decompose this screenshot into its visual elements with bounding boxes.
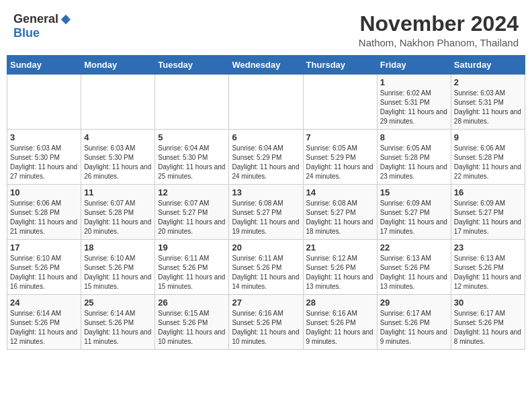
calendar-cell: [81, 75, 155, 130]
day-info: Sunrise: 6:12 AM Sunset: 5:26 PM Dayligh…: [306, 254, 374, 291]
day-number: 29: [380, 298, 448, 308]
day-number: 5: [158, 132, 226, 142]
calendar-cell: 3Sunrise: 6:03 AM Sunset: 5:30 PM Daylig…: [7, 130, 81, 185]
calendar-week-row: 3Sunrise: 6:03 AM Sunset: 5:30 PM Daylig…: [7, 130, 525, 185]
calendar-cell: 29Sunrise: 6:17 AM Sunset: 5:26 PM Dayli…: [377, 295, 451, 350]
calendar-cell: 9Sunrise: 6:06 AM Sunset: 5:28 PM Daylig…: [451, 130, 525, 185]
day-number: 13: [232, 187, 300, 197]
day-info: Sunrise: 6:02 AM Sunset: 5:31 PM Dayligh…: [380, 89, 448, 126]
calendar-week-row: 10Sunrise: 6:06 AM Sunset: 5:28 PM Dayli…: [7, 185, 525, 240]
calendar-cell: 26Sunrise: 6:15 AM Sunset: 5:26 PM Dayli…: [155, 295, 229, 350]
logo-general-text: General: [13, 12, 58, 26]
location-title: Nathom, Nakhon Phanom, Thailand: [359, 37, 519, 48]
calendar-cell: [303, 75, 377, 130]
day-info: Sunrise: 6:16 AM Sunset: 5:26 PM Dayligh…: [232, 309, 300, 347]
calendar-cell: [155, 75, 229, 130]
weekday-header-row: SundayMondayTuesdayWednesdayThursdayFrid…: [7, 56, 525, 75]
day-number: 2: [454, 77, 522, 87]
calendar-cell: [229, 75, 303, 130]
day-number: 14: [306, 187, 374, 197]
calendar-cell: 15Sunrise: 6:09 AM Sunset: 5:27 PM Dayli…: [377, 185, 451, 240]
day-number: 28: [306, 298, 374, 308]
calendar-cell: 10Sunrise: 6:06 AM Sunset: 5:28 PM Dayli…: [7, 185, 81, 240]
day-info: Sunrise: 6:14 AM Sunset: 5:26 PM Dayligh…: [10, 309, 78, 347]
day-number: 6: [232, 132, 300, 142]
calendar-cell: 28Sunrise: 6:16 AM Sunset: 5:26 PM Dayli…: [303, 295, 377, 350]
logo: General Blue: [13, 12, 72, 40]
day-number: 10: [10, 187, 78, 197]
day-info: Sunrise: 6:09 AM Sunset: 5:27 PM Dayligh…: [380, 199, 448, 236]
day-number: 30: [454, 298, 522, 308]
calendar-cell: 22Sunrise: 6:13 AM Sunset: 5:26 PM Dayli…: [377, 240, 451, 295]
calendar-cell: 17Sunrise: 6:10 AM Sunset: 5:26 PM Dayli…: [7, 240, 81, 295]
weekday-header-friday: Friday: [377, 56, 451, 75]
calendar-cell: 30Sunrise: 6:17 AM Sunset: 5:26 PM Dayli…: [451, 295, 525, 350]
day-info: Sunrise: 6:04 AM Sunset: 5:29 PM Dayligh…: [232, 144, 300, 181]
day-info: Sunrise: 6:04 AM Sunset: 5:30 PM Dayligh…: [158, 144, 226, 181]
calendar-cell: [7, 75, 81, 130]
calendar-cell: 27Sunrise: 6:16 AM Sunset: 5:26 PM Dayli…: [229, 295, 303, 350]
day-info: Sunrise: 6:08 AM Sunset: 5:27 PM Dayligh…: [306, 199, 374, 236]
day-number: 19: [158, 242, 226, 253]
day-info: Sunrise: 6:11 AM Sunset: 5:26 PM Dayligh…: [158, 254, 226, 291]
logo-blue-text: Blue: [13, 26, 40, 40]
day-info: Sunrise: 6:10 AM Sunset: 5:26 PM Dayligh…: [10, 254, 78, 291]
calendar-cell: 2Sunrise: 6:03 AM Sunset: 5:31 PM Daylig…: [451, 75, 525, 130]
day-number: 12: [158, 187, 226, 197]
weekday-header-thursday: Thursday: [303, 56, 377, 75]
calendar-cell: 18Sunrise: 6:10 AM Sunset: 5:26 PM Dayli…: [81, 240, 155, 295]
weekday-header-monday: Monday: [81, 56, 155, 75]
weekday-header-wednesday: Wednesday: [229, 56, 303, 75]
day-info: Sunrise: 6:16 AM Sunset: 5:26 PM Dayligh…: [306, 309, 374, 347]
calendar-cell: 8Sunrise: 6:05 AM Sunset: 5:28 PM Daylig…: [377, 130, 451, 185]
calendar-week-row: 1Sunrise: 6:02 AM Sunset: 5:31 PM Daylig…: [7, 75, 525, 130]
day-number: 25: [84, 298, 152, 308]
day-number: 11: [84, 187, 152, 197]
calendar-cell: 19Sunrise: 6:11 AM Sunset: 5:26 PM Dayli…: [155, 240, 229, 295]
day-info: Sunrise: 6:13 AM Sunset: 5:26 PM Dayligh…: [454, 254, 522, 291]
calendar-cell: 21Sunrise: 6:12 AM Sunset: 5:26 PM Dayli…: [303, 240, 377, 295]
day-number: 9: [454, 132, 522, 142]
day-number: 7: [306, 132, 374, 142]
day-info: Sunrise: 6:11 AM Sunset: 5:26 PM Dayligh…: [232, 254, 300, 291]
calendar-cell: 5Sunrise: 6:04 AM Sunset: 5:30 PM Daylig…: [155, 130, 229, 185]
day-info: Sunrise: 6:09 AM Sunset: 5:27 PM Dayligh…: [454, 199, 522, 236]
day-number: 26: [158, 298, 226, 308]
calendar-week-row: 24Sunrise: 6:14 AM Sunset: 5:26 PM Dayli…: [7, 295, 525, 350]
day-number: 3: [10, 132, 78, 142]
calendar-cell: 13Sunrise: 6:08 AM Sunset: 5:27 PM Dayli…: [229, 185, 303, 240]
day-number: 15: [380, 187, 448, 197]
day-info: Sunrise: 6:07 AM Sunset: 5:28 PM Dayligh…: [84, 199, 152, 236]
day-number: 8: [380, 132, 448, 142]
day-number: 16: [454, 187, 522, 197]
day-number: 18: [84, 242, 152, 253]
calendar-cell: 1Sunrise: 6:02 AM Sunset: 5:31 PM Daylig…: [377, 75, 451, 130]
day-info: Sunrise: 6:05 AM Sunset: 5:29 PM Dayligh…: [306, 144, 374, 181]
day-info: Sunrise: 6:15 AM Sunset: 5:26 PM Dayligh…: [158, 309, 226, 347]
calendar-cell: 6Sunrise: 6:04 AM Sunset: 5:29 PM Daylig…: [229, 130, 303, 185]
calendar-cell: 23Sunrise: 6:13 AM Sunset: 5:26 PM Dayli…: [451, 240, 525, 295]
calendar-cell: 16Sunrise: 6:09 AM Sunset: 5:27 PM Dayli…: [451, 185, 525, 240]
day-info: Sunrise: 6:14 AM Sunset: 5:26 PM Dayligh…: [84, 309, 152, 347]
day-number: 23: [454, 242, 522, 253]
day-number: 20: [232, 242, 300, 253]
day-info: Sunrise: 6:03 AM Sunset: 5:30 PM Dayligh…: [84, 144, 152, 181]
weekday-header-sunday: Sunday: [7, 56, 81, 75]
month-title: November 2024: [359, 12, 519, 36]
day-info: Sunrise: 6:17 AM Sunset: 5:26 PM Dayligh…: [454, 309, 522, 347]
calendar-cell: 12Sunrise: 6:07 AM Sunset: 5:27 PM Dayli…: [155, 185, 229, 240]
day-info: Sunrise: 6:10 AM Sunset: 5:26 PM Dayligh…: [84, 254, 152, 291]
day-info: Sunrise: 6:06 AM Sunset: 5:28 PM Dayligh…: [10, 199, 78, 236]
day-info: Sunrise: 6:07 AM Sunset: 5:27 PM Dayligh…: [158, 199, 226, 236]
calendar-cell: 14Sunrise: 6:08 AM Sunset: 5:27 PM Dayli…: [303, 185, 377, 240]
day-info: Sunrise: 6:05 AM Sunset: 5:28 PM Dayligh…: [380, 144, 448, 181]
calendar-table: SundayMondayTuesdayWednesdayThursdayFrid…: [7, 55, 525, 350]
day-number: 24: [10, 298, 78, 308]
weekday-header-tuesday: Tuesday: [155, 56, 229, 75]
calendar-cell: 20Sunrise: 6:11 AM Sunset: 5:26 PM Dayli…: [229, 240, 303, 295]
calendar-cell: 4Sunrise: 6:03 AM Sunset: 5:30 PM Daylig…: [81, 130, 155, 185]
day-info: Sunrise: 6:13 AM Sunset: 5:26 PM Dayligh…: [380, 254, 448, 291]
calendar-cell: 11Sunrise: 6:07 AM Sunset: 5:28 PM Dayli…: [81, 185, 155, 240]
day-number: 4: [84, 132, 152, 142]
calendar-cell: 24Sunrise: 6:14 AM Sunset: 5:26 PM Dayli…: [7, 295, 81, 350]
